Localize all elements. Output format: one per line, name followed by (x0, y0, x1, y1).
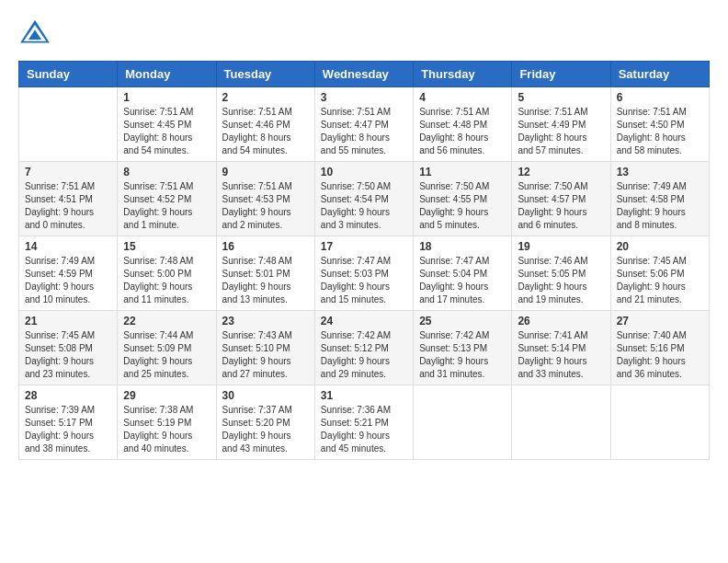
calendar-cell: 2Sunrise: 7:51 AM Sunset: 4:46 PM Daylig… (216, 87, 314, 162)
day-info: Sunrise: 7:51 AM Sunset: 4:51 PM Dayligh… (25, 180, 111, 232)
day-info: Sunrise: 7:45 AM Sunset: 5:06 PM Dayligh… (617, 255, 703, 306)
day-number: 13 (617, 166, 703, 178)
day-info: Sunrise: 7:51 AM Sunset: 4:49 PM Dayligh… (518, 106, 604, 157)
calendar-cell: 27Sunrise: 7:40 AM Sunset: 5:16 PM Dayli… (610, 311, 709, 385)
calendar-cell: 26Sunrise: 7:41 AM Sunset: 5:14 PM Dayli… (512, 311, 610, 385)
day-number: 12 (518, 166, 604, 178)
day-info: Sunrise: 7:44 AM Sunset: 5:09 PM Dayligh… (123, 329, 210, 381)
day-number: 2 (222, 91, 309, 104)
calendar-cell: 7Sunrise: 7:51 AM Sunset: 4:51 PM Daylig… (19, 162, 118, 236)
day-number: 4 (419, 91, 506, 104)
day-number: 24 (321, 315, 407, 327)
weekday-header-thursday: Thursday (414, 62, 512, 87)
day-info: Sunrise: 7:47 AM Sunset: 5:03 PM Dayligh… (321, 255, 407, 306)
day-number: 28 (25, 389, 111, 402)
calendar-cell: 29Sunrise: 7:38 AM Sunset: 5:19 PM Dayli… (118, 385, 216, 460)
weekday-header-tuesday: Tuesday (216, 62, 314, 87)
day-info: Sunrise: 7:49 AM Sunset: 4:59 PM Dayligh… (25, 255, 111, 306)
day-info: Sunrise: 7:38 AM Sunset: 5:19 PM Dayligh… (123, 404, 210, 455)
calendar-cell (19, 87, 118, 162)
day-number: 22 (123, 315, 210, 327)
weekday-header-friday: Friday (512, 62, 610, 87)
day-number: 20 (617, 240, 703, 253)
calendar-cell: 25Sunrise: 7:42 AM Sunset: 5:13 PM Dayli… (414, 311, 512, 385)
day-number: 26 (518, 315, 604, 327)
calendar-cell: 24Sunrise: 7:42 AM Sunset: 5:12 PM Dayli… (314, 311, 413, 385)
calendar-cell: 8Sunrise: 7:51 AM Sunset: 4:52 PM Daylig… (118, 162, 216, 236)
calendar-cell: 10Sunrise: 7:50 AM Sunset: 4:54 PM Dayli… (314, 162, 413, 236)
day-info: Sunrise: 7:40 AM Sunset: 5:16 PM Dayligh… (617, 329, 703, 381)
day-number: 19 (518, 240, 604, 253)
calendar-cell: 4Sunrise: 7:51 AM Sunset: 4:48 PM Daylig… (414, 87, 512, 162)
calendar-cell: 20Sunrise: 7:45 AM Sunset: 5:06 PM Dayli… (610, 236, 709, 311)
calendar-cell: 14Sunrise: 7:49 AM Sunset: 4:59 PM Dayli… (19, 236, 118, 311)
week-row-1: 1Sunrise: 7:51 AM Sunset: 4:45 PM Daylig… (19, 87, 710, 162)
calendar-cell: 1Sunrise: 7:51 AM Sunset: 4:45 PM Daylig… (118, 87, 216, 162)
day-info: Sunrise: 7:51 AM Sunset: 4:47 PM Dayligh… (321, 106, 407, 157)
calendar-cell: 3Sunrise: 7:51 AM Sunset: 4:47 PM Daylig… (314, 87, 413, 162)
day-number: 1 (123, 91, 210, 104)
calendar-cell: 6Sunrise: 7:51 AM Sunset: 4:50 PM Daylig… (610, 87, 709, 162)
day-number: 8 (123, 166, 210, 178)
day-info: Sunrise: 7:37 AM Sunset: 5:20 PM Dayligh… (222, 404, 309, 455)
day-number: 5 (518, 91, 604, 104)
calendar-cell: 9Sunrise: 7:51 AM Sunset: 4:53 PM Daylig… (216, 162, 314, 236)
day-number: 3 (321, 91, 407, 104)
day-number: 15 (123, 240, 210, 253)
calendar-cell: 21Sunrise: 7:45 AM Sunset: 5:08 PM Dayli… (19, 311, 118, 385)
week-row-5: 28Sunrise: 7:39 AM Sunset: 5:17 PM Dayli… (19, 385, 710, 460)
day-number: 18 (419, 240, 506, 253)
logo-icon (18, 18, 51, 46)
day-info: Sunrise: 7:49 AM Sunset: 4:58 PM Dayligh… (617, 180, 703, 232)
calendar-cell: 13Sunrise: 7:49 AM Sunset: 4:58 PM Dayli… (610, 162, 709, 236)
calendar-cell: 22Sunrise: 7:44 AM Sunset: 5:09 PM Dayli… (118, 311, 216, 385)
day-info: Sunrise: 7:51 AM Sunset: 4:46 PM Dayligh… (222, 106, 309, 157)
calendar-cell (512, 385, 610, 460)
calendar-cell: 19Sunrise: 7:46 AM Sunset: 5:05 PM Dayli… (512, 236, 610, 311)
day-number: 25 (419, 315, 506, 327)
weekday-header-monday: Monday (118, 62, 216, 87)
day-number: 16 (222, 240, 309, 253)
day-number: 6 (617, 91, 703, 104)
day-info: Sunrise: 7:45 AM Sunset: 5:08 PM Dayligh… (25, 329, 111, 381)
day-info: Sunrise: 7:51 AM Sunset: 4:45 PM Dayligh… (123, 106, 210, 157)
day-info: Sunrise: 7:51 AM Sunset: 4:48 PM Dayligh… (419, 106, 506, 157)
day-number: 29 (123, 389, 210, 402)
header (18, 18, 710, 46)
day-info: Sunrise: 7:50 AM Sunset: 4:55 PM Dayligh… (419, 180, 506, 232)
week-row-2: 7Sunrise: 7:51 AM Sunset: 4:51 PM Daylig… (19, 162, 710, 236)
calendar-cell: 12Sunrise: 7:50 AM Sunset: 4:57 PM Dayli… (512, 162, 610, 236)
day-number: 11 (419, 166, 506, 178)
weekday-header-sunday: Sunday (19, 62, 118, 87)
day-info: Sunrise: 7:43 AM Sunset: 5:10 PM Dayligh… (222, 329, 309, 381)
day-number: 30 (222, 389, 309, 402)
logo (18, 18, 57, 46)
calendar-cell: 17Sunrise: 7:47 AM Sunset: 5:03 PM Dayli… (314, 236, 413, 311)
day-info: Sunrise: 7:50 AM Sunset: 4:57 PM Dayligh… (518, 180, 604, 232)
calendar-cell: 16Sunrise: 7:48 AM Sunset: 5:01 PM Dayli… (216, 236, 314, 311)
day-number: 7 (25, 166, 111, 178)
calendar-cell: 11Sunrise: 7:50 AM Sunset: 4:55 PM Dayli… (414, 162, 512, 236)
calendar-cell: 28Sunrise: 7:39 AM Sunset: 5:17 PM Dayli… (19, 385, 118, 460)
calendar-table: SundayMondayTuesdayWednesdayThursdayFrid… (18, 61, 710, 460)
day-number: 10 (321, 166, 407, 178)
day-info: Sunrise: 7:39 AM Sunset: 5:17 PM Dayligh… (25, 404, 111, 455)
calendar-cell: 15Sunrise: 7:48 AM Sunset: 5:00 PM Dayli… (118, 236, 216, 311)
calendar-cell: 23Sunrise: 7:43 AM Sunset: 5:10 PM Dayli… (216, 311, 314, 385)
day-number: 14 (25, 240, 111, 253)
week-row-3: 14Sunrise: 7:49 AM Sunset: 4:59 PM Dayli… (19, 236, 710, 311)
weekday-header-row: SundayMondayTuesdayWednesdayThursdayFrid… (19, 62, 710, 87)
day-number: 21 (25, 315, 111, 327)
day-number: 31 (321, 389, 407, 402)
day-info: Sunrise: 7:51 AM Sunset: 4:53 PM Dayligh… (222, 180, 309, 232)
weekday-header-wednesday: Wednesday (314, 62, 413, 87)
day-info: Sunrise: 7:51 AM Sunset: 4:52 PM Dayligh… (123, 180, 210, 232)
day-number: 23 (222, 315, 309, 327)
calendar-cell (414, 385, 512, 460)
day-info: Sunrise: 7:42 AM Sunset: 5:13 PM Dayligh… (419, 329, 506, 381)
day-number: 17 (321, 240, 407, 253)
day-info: Sunrise: 7:41 AM Sunset: 5:14 PM Dayligh… (518, 329, 604, 381)
day-number: 9 (222, 166, 309, 178)
calendar-cell: 30Sunrise: 7:37 AM Sunset: 5:20 PM Dayli… (216, 385, 314, 460)
calendar-cell: 18Sunrise: 7:47 AM Sunset: 5:04 PM Dayli… (414, 236, 512, 311)
